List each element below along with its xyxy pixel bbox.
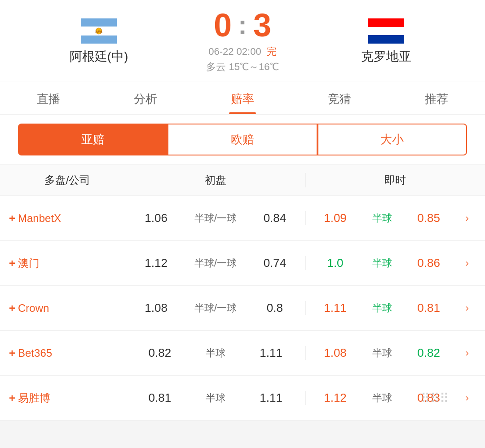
realtime-away-odds: 0.83 [415, 391, 442, 405]
match-weather: 多云 15℃～16℃ [206, 60, 278, 74]
initial-cell: 1.12 半球/一球 0.74 [126, 256, 305, 270]
tab-analysis[interactable]: 分析 [97, 81, 194, 114]
realtime-away-odds: 0.81 [415, 301, 442, 315]
chevron-right-icon[interactable]: › [466, 257, 469, 269]
company-name: 澳门 [18, 256, 40, 271]
odds-row[interactable]: + Crown 1.08 半球/一球 0.8 1.11 半球 0.81 › [0, 286, 485, 331]
tab-odds[interactable]: 赔率 [194, 81, 291, 114]
sub-tab-asian[interactable]: 亚赔 [18, 124, 168, 155]
company-name: Crown [18, 302, 49, 315]
tab-live[interactable]: 直播 [0, 81, 97, 114]
realtime-away-odds: 0.86 [415, 256, 442, 270]
initial-home-odds: 1.12 [143, 256, 170, 270]
realtime-home-odds: 1.11 [322, 301, 349, 315]
initial-handicap: 半球 [206, 391, 225, 405]
tab-predict[interactable]: 竞猜 [291, 81, 388, 114]
odds-row[interactable]: + Bet365 0.82 半球 1.11 1.08 半球 0.82 › [0, 331, 485, 376]
initial-handicap: 半球/一球 [194, 212, 237, 225]
realtime-home-odds: 1.0 [322, 256, 349, 270]
realtime-handicap: 半球 [372, 391, 392, 405]
initial-away-odds: 0.74 [261, 256, 288, 270]
initial-away-odds: 1.11 [258, 391, 285, 405]
initial-away-odds: 0.84 [261, 211, 288, 225]
expand-icon[interactable]: + [9, 302, 15, 315]
initial-home-odds: 1.06 [143, 211, 170, 225]
company-name: 易胜博 [18, 391, 50, 405]
svg-rect-5 [368, 27, 404, 35]
svg-text:AFA: AFA [95, 30, 102, 34]
realtime-handicap: 半球 [372, 257, 392, 270]
odds-table: + ManbetX 1.06 半球/一球 0.84 1.09 半球 0.85 ›… [0, 196, 485, 421]
home-team-flag: AFA [81, 18, 117, 44]
svg-rect-6 [368, 35, 404, 44]
table-header: 多盘/公司 初盘 即时 [0, 165, 485, 196]
match-header: AFA 阿根廷(中) 0 : 3 06-22 02:00 完 多云 15℃～16… [0, 0, 485, 81]
expand-icon[interactable]: + [9, 347, 15, 359]
main-tabs: 直播 分析 赔率 竞猜 推荐 [0, 81, 485, 115]
company-cell: + Crown [0, 302, 126, 315]
svg-rect-4 [368, 18, 404, 27]
chevron-right-icon[interactable]: › [466, 302, 469, 314]
realtime-handicap: 半球 [372, 346, 392, 360]
sub-tab-euro[interactable]: 欧赔 [168, 124, 317, 155]
initial-away-odds: 1.11 [258, 346, 285, 360]
realtime-handicap: 半球 [372, 302, 392, 315]
score-home: 0 [214, 9, 232, 41]
sub-tabs: 亚赔 欧赔 大小 [0, 115, 485, 165]
odds-row[interactable]: + 澳门 1.12 半球/一球 0.74 1.0 半球 0.86 › [0, 241, 485, 286]
initial-cell: 1.08 半球/一球 0.8 [126, 301, 305, 315]
score-colon: : [238, 12, 247, 39]
initial-handicap: 半球 [206, 346, 225, 360]
realtime-home-odds: 1.09 [322, 211, 349, 225]
company-cell: + Bet365 [0, 347, 126, 359]
initial-cell: 0.81 半球 1.11 [126, 391, 305, 405]
realtime-cell: 1.09 半球 0.85 › [305, 211, 485, 225]
realtime-cell: 1.12 半球 0.83 › [305, 391, 485, 405]
match-status: 完 [267, 46, 277, 57]
company-name: ManbetX [18, 212, 61, 225]
expand-icon[interactable]: + [9, 257, 15, 270]
initial-handicap: 半球/一球 [194, 302, 237, 315]
company-cell: + 澳门 [0, 256, 126, 271]
chevron-right-icon[interactable]: › [466, 392, 469, 404]
expand-icon[interactable]: + [9, 212, 15, 225]
odds-row[interactable]: + 易胜博 0.81 半球 1.11 1.12 半球 0.83 › ⠿⠿⠿ [0, 376, 485, 421]
tab-recommend[interactable]: 推荐 [388, 81, 485, 114]
initial-home-odds: 1.08 [143, 301, 170, 315]
company-name: Bet365 [18, 347, 52, 359]
initial-cell: 0.82 半球 1.11 [126, 346, 305, 360]
score-away: 3 [253, 9, 271, 41]
sub-tab-size[interactable]: 大小 [317, 124, 467, 155]
home-team: AFA 阿根廷(中) [36, 18, 162, 65]
home-team-name: 阿根廷(中) [70, 48, 128, 65]
realtime-away-odds: 0.85 [415, 211, 442, 225]
col-company-header: 多盘/公司 [0, 173, 126, 187]
away-team-flag [368, 18, 404, 44]
company-cell: + 易胜博 [0, 391, 126, 405]
col-realtime-header: 即时 [305, 173, 485, 187]
initial-away-odds: 0.8 [261, 301, 288, 315]
score-section: 0 : 3 06-22 02:00 完 多云 15℃～16℃ [162, 9, 323, 74]
expand-icon[interactable]: + [9, 392, 15, 404]
realtime-cell: 1.08 半球 0.82 › [305, 346, 485, 360]
away-team: 克罗地亚 [323, 18, 449, 65]
away-team-name: 克罗地亚 [361, 48, 411, 65]
match-datetime: 06-22 02:00 完 [208, 45, 277, 58]
odds-row[interactable]: + ManbetX 1.06 半球/一球 0.84 1.09 半球 0.85 › [0, 196, 485, 241]
realtime-away-odds: 0.82 [415, 346, 442, 360]
realtime-home-odds: 1.08 [322, 346, 349, 360]
initial-home-odds: 0.82 [146, 346, 173, 360]
chevron-right-icon[interactable]: › [466, 347, 469, 359]
initial-handicap: 半球/一球 [194, 257, 237, 270]
realtime-handicap: 半球 [372, 212, 392, 225]
initial-home-odds: 0.81 [146, 391, 173, 405]
company-cell: + ManbetX [0, 212, 126, 225]
realtime-home-odds: 1.12 [322, 391, 349, 405]
col-initial-header: 初盘 [126, 173, 305, 187]
realtime-cell: 1.0 半球 0.86 › [305, 256, 485, 270]
chevron-right-icon[interactable]: › [466, 213, 469, 224]
initial-cell: 1.06 半球/一球 0.84 [126, 211, 305, 225]
realtime-cell: 1.11 半球 0.81 › [305, 301, 485, 315]
